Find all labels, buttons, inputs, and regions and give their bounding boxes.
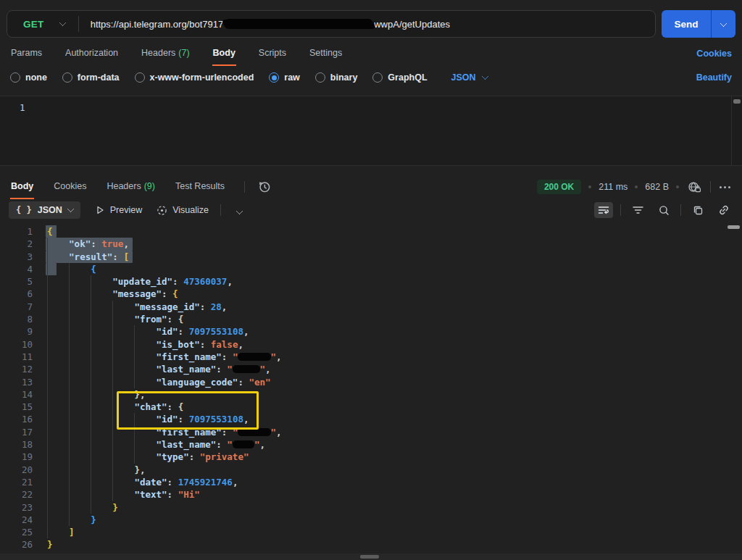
json-punctuation: , — [140, 389, 146, 400]
indent-guides — [47, 426, 157, 438]
line-number: 21 — [14, 476, 33, 488]
body-type-binary[interactable]: binary — [315, 72, 358, 83]
preview-label: Preview — [110, 205, 142, 215]
radio-label: x-www-form-urlencoded — [150, 72, 254, 83]
editor-scrollbar-thumb[interactable] — [733, 99, 741, 104]
response-toolbar: { } JSON Preview Visualize — [0, 199, 742, 221]
line-number: 15 — [14, 401, 33, 413]
send-options-button[interactable] — [711, 10, 735, 38]
body-type-x-www-form-urlencoded[interactable]: x-www-form-urlencoded — [135, 72, 254, 83]
tab-authorization[interactable]: Authorization — [64, 41, 119, 66]
divider — [220, 204, 221, 216]
json-punctuation: , — [260, 439, 266, 450]
link-button[interactable] — [714, 202, 733, 218]
body-format-selector[interactable]: JSON — [451, 72, 488, 83]
line-number: 14 — [14, 388, 33, 401]
radio-label: binary — [330, 72, 358, 83]
url-suffix: wwpA/getUpdates — [374, 19, 450, 30]
history-clock-icon — [258, 180, 271, 193]
tab-scripts[interactable]: Scripts — [258, 41, 287, 66]
tab-headers[interactable]: Headers(7) — [141, 41, 191, 66]
wrap-text-button[interactable] — [594, 202, 613, 218]
tab-body[interactable]: Body — [10, 175, 34, 199]
json-string: "private" — [200, 451, 249, 462]
url-box: GET https://api.telegram.org/bot7917wwpA… — [7, 10, 656, 38]
json-string: "en" — [249, 377, 270, 388]
tab-params[interactable]: Params — [10, 41, 43, 66]
tab-label: Body — [11, 181, 33, 191]
url-redaction-scribble — [224, 19, 373, 29]
code-line-5: 5"update_id": 47360037, — [14, 275, 742, 288]
json-bracket: } — [91, 514, 96, 525]
code-line-10: 10"is_bot": false, — [14, 338, 742, 351]
line-number: 20 — [14, 464, 33, 476]
status-badge: 200 OK — [537, 180, 581, 194]
method-selector[interactable]: GET — [7, 19, 78, 30]
horizontal-scrollbar-thumb[interactable] — [360, 555, 379, 559]
tab-cookies[interactable]: Cookies — [53, 175, 87, 199]
filter-button[interactable] — [628, 202, 647, 218]
wrap-text-icon — [598, 205, 609, 215]
braces-icon: { } — [16, 205, 32, 215]
body-type-form-data[interactable]: form-data — [62, 72, 120, 83]
json-bracket: ] — [69, 527, 75, 538]
json-bracket: } — [112, 502, 118, 513]
code-line-13: 13"language_code": "en" — [14, 376, 742, 388]
beautify-link[interactable]: Beautify — [696, 72, 732, 83]
editor-line-number: 1 — [20, 102, 25, 113]
response-body-viewer[interactable]: 1{2"ok": true,3"result": [4{5"update_id"… — [0, 224, 742, 551]
json-bracket: { — [178, 401, 184, 412]
globe-lock-icon — [688, 181, 701, 193]
response-more-options-button[interactable] — [718, 185, 732, 190]
response-scrollbar-thumb[interactable] — [728, 225, 740, 229]
response-history-button[interactable] — [257, 179, 272, 195]
json-punctuation: : — [189, 451, 200, 462]
json-bracket: } — [134, 389, 140, 400]
body-type-graphql[interactable]: GraphQL — [372, 72, 427, 83]
visualize-button[interactable]: Visualize — [157, 205, 209, 216]
json-redacted-string: "" — [227, 439, 259, 450]
code-line-15: 15"chat": { — [14, 401, 742, 413]
preview-button[interactable]: Preview — [95, 205, 142, 215]
json-key: "ok" — [69, 238, 91, 249]
tab-body[interactable]: Body — [212, 41, 236, 66]
request-body-editor[interactable]: 1 — [0, 96, 742, 166]
chevron-down-icon — [481, 72, 488, 80]
chevron-down-icon[interactable] — [236, 207, 243, 214]
cookies-link[interactable]: Cookies — [696, 49, 732, 59]
response-size: 682 B — [645, 182, 669, 192]
indent-guides — [47, 476, 134, 488]
json-bracket: [ — [123, 251, 129, 262]
radio-label: GraphQL — [388, 72, 427, 83]
json-bracket: { — [178, 314, 184, 325]
indent-guides — [47, 363, 157, 375]
method-label: GET — [23, 19, 44, 30]
tab-test-results[interactable]: Test Results — [175, 175, 225, 199]
search-button[interactable] — [654, 202, 673, 218]
indent-guides — [47, 325, 157, 338]
body-type-raw[interactable]: raw — [269, 72, 300, 83]
url-input[interactable]: https://api.telegram.org/bot7917wwpA/get… — [79, 19, 450, 30]
json-redacted-string: "" — [233, 427, 276, 438]
indent-guides — [47, 376, 157, 388]
json-punctuation: : — [178, 326, 189, 337]
code-line-7: 7"message_id": 28, — [14, 301, 742, 313]
copy-button[interactable] — [688, 202, 707, 218]
json-punctuation: : — [91, 238, 101, 249]
send-button[interactable]: Send — [662, 10, 711, 38]
radio-icon — [10, 72, 20, 83]
body-type-none[interactable]: none — [10, 72, 47, 83]
indent-guides — [47, 451, 157, 463]
json-key: "update_id" — [112, 276, 172, 287]
json-punctuation: : — [222, 351, 233, 362]
json-punctuation: , — [265, 364, 271, 375]
indent-guides — [47, 313, 134, 325]
redaction-scribble — [233, 440, 254, 448]
line-number: 18 — [14, 438, 33, 451]
response-format-button[interactable]: { } JSON — [9, 201, 80, 219]
tab-settings[interactable]: Settings — [309, 41, 343, 66]
indent-guides — [47, 238, 69, 250]
tab-headers[interactable]: Headers(9) — [106, 175, 156, 199]
network-info-button[interactable] — [686, 180, 703, 195]
json-key: "text" — [134, 489, 167, 500]
